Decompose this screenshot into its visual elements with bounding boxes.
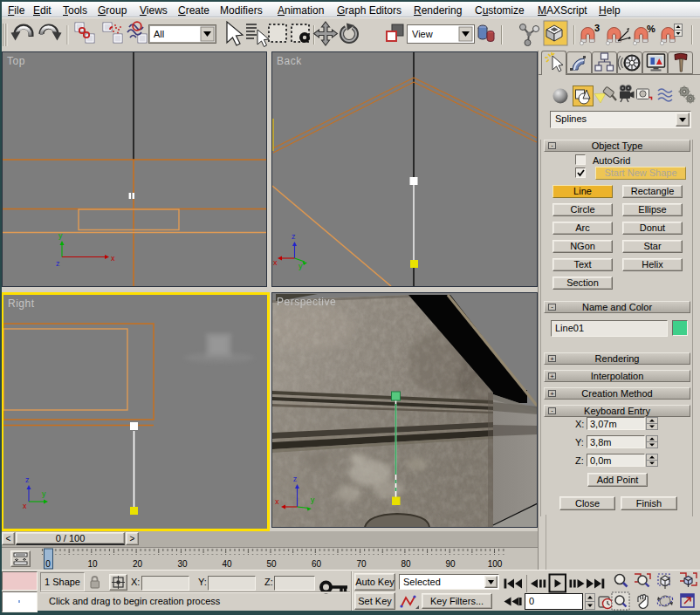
svg-text:20: 20 [133, 559, 143, 569]
svg-text:All: All [154, 29, 164, 39]
svg-text:3: 3 [594, 23, 600, 33]
svg-text:60: 60 [312, 559, 322, 569]
svg-text:90: 90 [445, 559, 456, 569]
svg-text:80: 80 [401, 559, 411, 569]
svg-text:z: z [56, 259, 60, 268]
svg-text:z: z [25, 475, 30, 484]
svg-text:x: x [273, 258, 278, 267]
svg-text:y: y [58, 231, 63, 240]
svg-text:0: 0 [45, 559, 51, 569]
svg-text:View: View [412, 29, 433, 39]
svg-text:z: z [293, 475, 298, 483]
svg-text:z: z [292, 232, 296, 241]
svg-text:10: 10 [87, 559, 98, 569]
svg-text:y: y [42, 489, 46, 498]
svg-text:%: % [647, 24, 655, 34]
svg-text:x: x [111, 254, 115, 263]
svg-text:50: 50 [266, 559, 277, 569]
svg-text:40: 40 [222, 559, 232, 569]
svg-text:70: 70 [356, 559, 367, 569]
svg-text:100: 100 [488, 559, 503, 569]
svg-text:y: y [299, 262, 303, 270]
svg-text:x: x [23, 502, 27, 510]
svg-text:x: x [275, 497, 279, 506]
svg-text:y: y [311, 495, 315, 504]
svg-text:30: 30 [177, 559, 188, 569]
